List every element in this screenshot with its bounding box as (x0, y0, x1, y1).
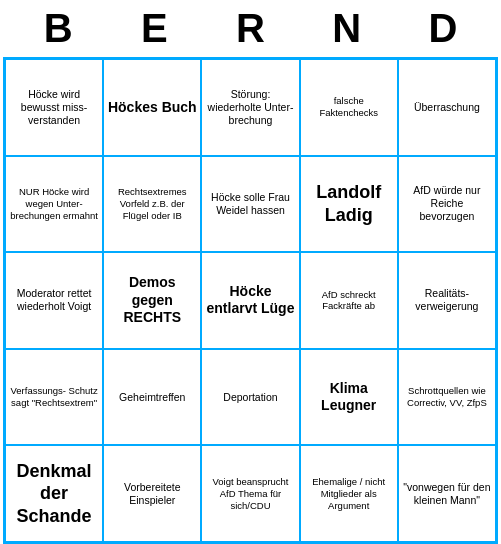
bingo-cell-18: Klima Leugner (300, 349, 398, 446)
bingo-cell-16: Geheimtreffen (103, 349, 201, 446)
bingo-cell-9: AfD würde nur Reiche bevorzugen (398, 156, 496, 253)
letter-e: E (109, 6, 199, 51)
bingo-cell-11: Demos gegen RECHTS (103, 252, 201, 349)
bingo-cell-22: Voigt beansprucht AfD Thema für sich/CDU (201, 445, 299, 542)
bingo-cell-23: Ehemalige / nicht Mitglieder als Argumen… (300, 445, 398, 542)
bingo-cell-21: Vorbereitete Einspieler (103, 445, 201, 542)
bingo-cell-19: Schrottquellen wie Correctiv, VV, ZfpS (398, 349, 496, 446)
bingo-cell-5: NUR Höcke wird wegen Unter- brechungen e… (5, 156, 103, 253)
bingo-cell-14: Realitäts- verweigerung (398, 252, 496, 349)
bingo-cell-7: Höcke solle Frau Weidel hassen (201, 156, 299, 253)
bingo-cell-2: Störung: wiederholte Unter- brechung (201, 59, 299, 156)
letter-n: N (302, 6, 392, 51)
letter-r: R (205, 6, 295, 51)
bingo-cell-10: Moderator rettet wiederholt Voigt (5, 252, 103, 349)
bingo-cell-4: Überraschung (398, 59, 496, 156)
bingo-cell-0: Höcke wird bewusst miss- verstanden (5, 59, 103, 156)
letter-b: B (13, 6, 103, 51)
bingo-cell-15: Verfassungs- Schutz sagt "Rechtsextrem" (5, 349, 103, 446)
bingo-cell-20: Denkmal der Schande (5, 445, 103, 542)
bingo-grid: Höcke wird bewusst miss- verstandenHöcke… (3, 57, 498, 544)
bingo-cell-6: Rechtsextremes Vorfeld z.B. der Flügel o… (103, 156, 201, 253)
letter-d: D (398, 6, 488, 51)
bingo-cell-3: falsche Faktenchecks (300, 59, 398, 156)
bingo-cell-8: Landolf Ladig (300, 156, 398, 253)
bingo-cell-1: Höckes Buch (103, 59, 201, 156)
bingo-cell-24: "vonwegen für den kleinen Mann" (398, 445, 496, 542)
bingo-cell-13: AfD schreckt Fackräfte ab (300, 252, 398, 349)
bingo-cell-12: Höcke entlarvt Lüge (201, 252, 299, 349)
bingo-cell-17: Deportation (201, 349, 299, 446)
header: B E R N D (0, 0, 501, 57)
